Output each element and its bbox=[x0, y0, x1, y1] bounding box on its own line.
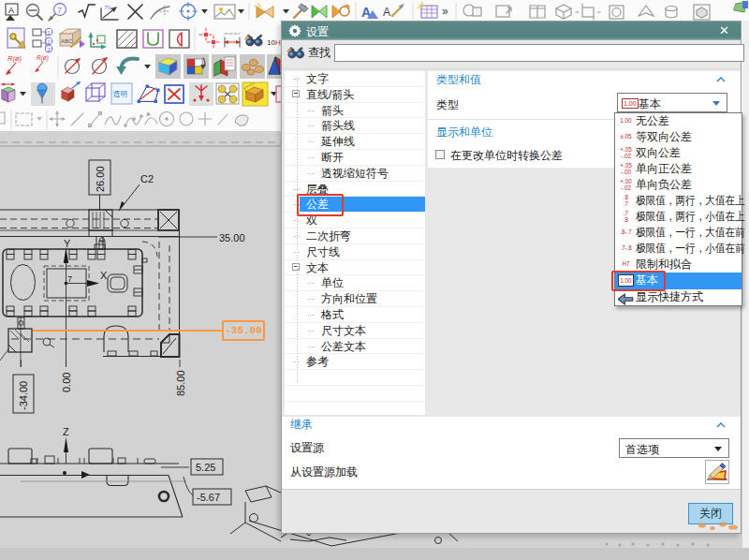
svg-text:7: 7 bbox=[57, 6, 62, 15]
svg-text:35.00: 35.00 bbox=[219, 232, 245, 243]
svg-text:5.25: 5.25 bbox=[196, 462, 215, 473]
svg-text:ABC: ABC bbox=[61, 38, 73, 44]
svg-text:-34.00: -34.00 bbox=[18, 381, 29, 410]
svg-text:R(ø): R(ø) bbox=[7, 54, 22, 63]
svg-text:A: A bbox=[8, 6, 14, 15]
svg-text:26.00: 26.00 bbox=[95, 166, 106, 192]
svg-text:0.00: 0.00 bbox=[61, 373, 72, 392]
svg-text:A: A bbox=[383, 6, 390, 19]
svg-text:Z: Z bbox=[63, 426, 69, 437]
svg-text:85.00: 85.00 bbox=[175, 370, 186, 396]
svg-text:7N: 7N bbox=[104, 5, 111, 10]
svg-text:R(ø): R(ø) bbox=[37, 54, 49, 62]
svg-text:透明: 透明 bbox=[113, 90, 128, 98]
svg-text:7: 7 bbox=[67, 274, 72, 284]
svg-text:»: » bbox=[442, 5, 448, 18]
svg-text:Y: Y bbox=[64, 238, 71, 249]
svg-text:-5.67: -5.67 bbox=[197, 492, 220, 503]
svg-text:X: X bbox=[100, 270, 108, 281]
svg-text:C2: C2 bbox=[140, 173, 154, 184]
